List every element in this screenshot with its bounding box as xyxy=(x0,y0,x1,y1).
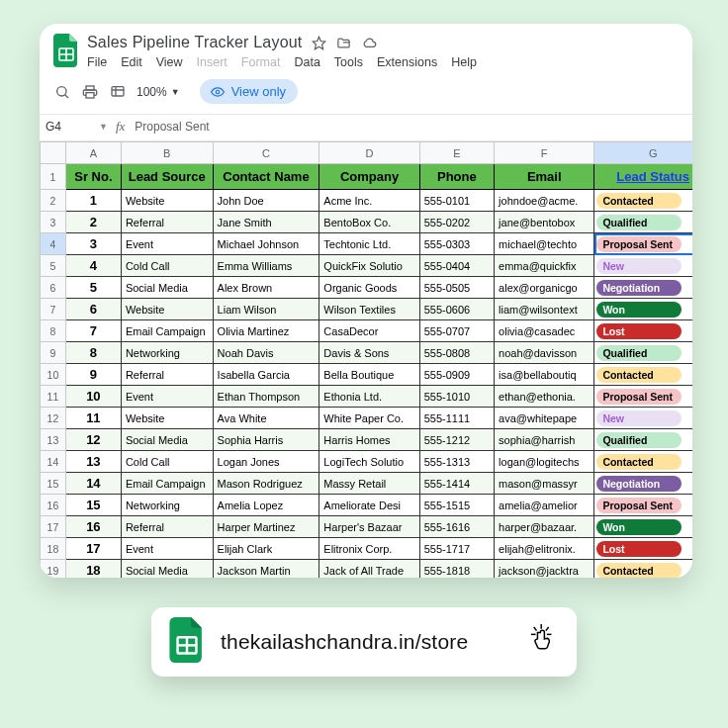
cell[interactable]: Alex Brown xyxy=(213,277,319,299)
cell[interactable]: Harper's Bazaar xyxy=(319,516,419,538)
cell[interactable]: Ethan Thompson xyxy=(213,386,319,408)
cell[interactable]: 555-1414 xyxy=(419,473,494,495)
table-header-cell[interactable]: Lead Source xyxy=(121,164,213,190)
cell[interactable]: ava@whitepape xyxy=(495,408,594,429)
cell[interactable]: 2 xyxy=(65,212,121,233)
row-header[interactable]: 12 xyxy=(41,408,66,429)
row-header[interactable]: 19 xyxy=(41,560,66,579)
cell[interactable]: White Paper Co. xyxy=(319,408,419,429)
status-cell[interactable]: Proposal Sent xyxy=(594,495,692,516)
cell[interactable]: BentoBox Co. xyxy=(319,212,419,233)
cell[interactable]: 7 xyxy=(65,320,121,342)
cell[interactable]: 555-0606 xyxy=(419,299,494,320)
cell[interactable]: 555-0202 xyxy=(419,212,494,233)
cell[interactable]: 555-1818 xyxy=(419,560,494,579)
cloud-status-icon[interactable] xyxy=(361,36,378,50)
status-cell[interactable]: Proposal Sent xyxy=(594,386,692,408)
table-header-cell[interactable]: Company xyxy=(319,164,419,190)
print-icon[interactable] xyxy=(81,83,99,101)
row-header[interactable]: 15 xyxy=(41,473,66,495)
row-header[interactable]: 7 xyxy=(41,299,66,320)
cell[interactable]: Social Media xyxy=(121,277,213,299)
cell[interactable]: amelia@amelior xyxy=(495,495,594,516)
status-cell[interactable]: Lost xyxy=(594,538,692,560)
table-header-cell[interactable]: Email xyxy=(495,164,594,190)
cell[interactable]: 555-0303 xyxy=(419,233,494,255)
cell[interactable]: Cold Call xyxy=(121,451,213,473)
search-icon[interactable] xyxy=(53,83,71,101)
cell[interactable]: mason@massyr xyxy=(495,473,594,495)
cell[interactable]: 6 xyxy=(65,299,121,320)
cell[interactable]: Acme Inc. xyxy=(319,190,419,212)
status-cell[interactable]: Contacted xyxy=(594,560,692,579)
cell[interactable]: jackson@jacktra xyxy=(495,560,594,579)
column-header[interactable]: D xyxy=(319,142,419,164)
cell[interactable]: 1 xyxy=(65,190,121,212)
cell[interactable]: 5 xyxy=(65,277,121,299)
filter-views-icon[interactable] xyxy=(109,83,127,101)
promo-bar[interactable]: thekailashchandra.in/store xyxy=(151,607,577,677)
status-cell[interactable]: Won xyxy=(594,516,692,538)
cell[interactable]: Mason Rodriguez xyxy=(213,473,319,495)
select-all-cell[interactable] xyxy=(41,142,66,164)
menu-tools[interactable]: Tools xyxy=(334,55,363,69)
cell[interactable]: 555-0707 xyxy=(419,320,494,342)
row-header[interactable]: 4 xyxy=(41,233,66,255)
cell[interactable]: liam@wilsontext xyxy=(495,299,594,320)
cell[interactable]: 13 xyxy=(65,451,121,473)
cell[interactable]: Bella Boutique xyxy=(319,364,419,386)
cell[interactable]: Email Campaign xyxy=(121,320,213,342)
row-header[interactable]: 5 xyxy=(41,255,66,277)
cell[interactable]: 18 xyxy=(65,560,121,579)
row-header[interactable]: 18 xyxy=(41,538,66,560)
table-header-cell[interactable]: Lead Status xyxy=(594,164,692,190)
status-cell[interactable]: Qualified xyxy=(594,342,692,364)
cell[interactable]: 555-1515 xyxy=(419,495,494,516)
row-header[interactable]: 13 xyxy=(41,429,66,451)
cell[interactable]: 555-0505 xyxy=(419,277,494,299)
cell[interactable]: Ethonia Ltd. xyxy=(319,386,419,408)
cell[interactable]: 555-0909 xyxy=(419,364,494,386)
cell[interactable]: Michael Johnson xyxy=(213,233,319,255)
cell[interactable]: Referral xyxy=(121,212,213,233)
cell[interactable]: olivia@casadec xyxy=(495,320,594,342)
cell[interactable]: Jackson Martin xyxy=(213,560,319,579)
cell[interactable]: 8 xyxy=(65,342,121,364)
cell[interactable]: Massy Retail xyxy=(319,473,419,495)
cell[interactable]: Olivia Martinez xyxy=(213,320,319,342)
cell[interactable]: 555-1616 xyxy=(419,516,494,538)
cell[interactable]: harper@bazaar. xyxy=(495,516,594,538)
status-cell[interactable]: Negotiation xyxy=(594,473,692,495)
cell[interactable]: Website xyxy=(121,408,213,429)
cell[interactable]: Event xyxy=(121,386,213,408)
cell[interactable]: 555-1212 xyxy=(419,429,494,451)
cell[interactable]: Jane Smith xyxy=(213,212,319,233)
cell[interactable]: Networking xyxy=(121,342,213,364)
cell[interactable]: Website xyxy=(121,190,213,212)
table-header-cell[interactable]: Sr No. xyxy=(65,164,121,190)
cell[interactable]: Event xyxy=(121,538,213,560)
menu-file[interactable]: File xyxy=(87,55,107,69)
column-header[interactable]: A xyxy=(65,142,121,164)
status-cell[interactable]: Negotiation xyxy=(594,277,692,299)
row-header[interactable]: 10 xyxy=(41,364,66,386)
cell[interactable]: Noah Davis xyxy=(213,342,319,364)
row-header[interactable]: 9 xyxy=(41,342,66,364)
formula-input[interactable]: Proposal Sent xyxy=(135,120,209,134)
status-cell[interactable]: New xyxy=(594,408,692,429)
move-icon[interactable] xyxy=(336,36,351,50)
name-box[interactable]: G4 xyxy=(46,120,97,134)
cell[interactable]: isa@bellaboutiq xyxy=(495,364,594,386)
cell[interactable]: emma@quickfix xyxy=(495,255,594,277)
cell[interactable]: Harris Homes xyxy=(319,429,419,451)
status-cell[interactable]: Contacted xyxy=(594,451,692,473)
cell[interactable]: 11 xyxy=(65,408,121,429)
column-header[interactable]: E xyxy=(419,142,494,164)
table-header-cell[interactable]: Phone xyxy=(419,164,494,190)
table-header-cell[interactable]: Contact Name xyxy=(213,164,319,190)
status-cell[interactable]: Contacted xyxy=(594,364,692,386)
cell[interactable]: 555-0808 xyxy=(419,342,494,364)
zoom-select[interactable]: 100%▼ xyxy=(136,85,180,99)
status-cell[interactable]: New xyxy=(594,255,692,277)
cell[interactable]: 555-0404 xyxy=(419,255,494,277)
